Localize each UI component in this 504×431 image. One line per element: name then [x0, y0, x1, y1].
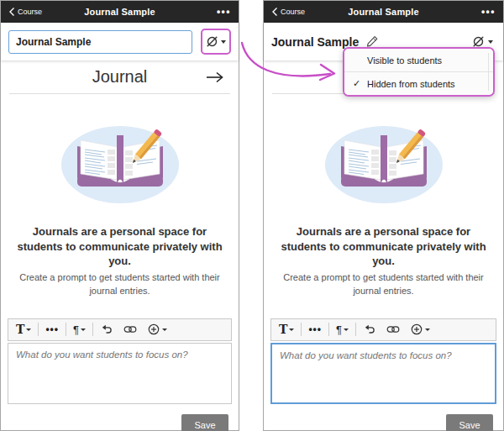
toolbar-separator: [66, 323, 66, 336]
menu-item-visible[interactable]: Visible to students: [344, 49, 493, 71]
insert-link-button[interactable]: [118, 319, 142, 340]
toolbar-separator: [38, 323, 39, 336]
chevron-left-icon: [271, 7, 278, 17]
screenshot-stage: Course Journal Sample ••• Journal Journa…: [0, 0, 504, 431]
prompt-editor: T ••• ¶: [8, 318, 232, 404]
checkmark-icon: ✓: [353, 78, 367, 89]
menu-item-label: Hidden from students: [367, 79, 455, 89]
insert-content-button[interactable]: [405, 319, 435, 340]
caret-down-icon: [221, 40, 226, 44]
save-button[interactable]: Save: [446, 414, 493, 431]
prompt-editor: T ••• ¶: [270, 318, 496, 404]
undo-icon: [363, 323, 376, 336]
undo-button[interactable]: [358, 319, 381, 340]
prompt-textarea[interactable]: [8, 343, 232, 404]
link-icon: [123, 323, 137, 336]
insert-content-button[interactable]: [142, 319, 172, 340]
journal-book-illustration: [321, 111, 447, 210]
text-style-button[interactable]: T: [274, 319, 299, 340]
journal-title-input[interactable]: [8, 30, 192, 54]
toolbar-separator: [355, 323, 356, 336]
app-header: Course Journal Sample •••: [1, 1, 239, 23]
menu-item-hidden[interactable]: ✓ Hidden from students: [344, 72, 493, 95]
journal-book-illustration: [57, 111, 183, 210]
title-row: [1, 23, 239, 60]
editor-footer: Save: [11, 414, 228, 431]
visibility-dropdown-menu: Visible to students ✓ Hidden from studen…: [343, 47, 495, 97]
sub-text: Create a prompt to get students started …: [282, 271, 485, 298]
chevron-left-icon: [8, 7, 15, 17]
insert-link-button[interactable]: [381, 319, 405, 340]
paragraph-button[interactable]: ¶: [331, 319, 354, 340]
edit-title-button[interactable]: [366, 35, 379, 48]
illustration-wrap: [1, 111, 239, 212]
editor-toolbar: T ••• ¶: [8, 318, 232, 341]
back-button[interactable]: Course: [8, 7, 42, 17]
caret-down-icon: [81, 329, 86, 331]
eye-hidden-icon: [206, 35, 218, 48]
right-arrow-icon[interactable]: [205, 71, 224, 84]
app-header: Course Journal Sample •••: [264, 1, 503, 23]
overflow-menu-icon[interactable]: •••: [217, 6, 231, 18]
journal-heading: Journal: [92, 67, 148, 87]
text-style-button[interactable]: T: [11, 319, 36, 340]
undo-icon: [100, 323, 113, 336]
menu-item-label: Visible to students: [367, 55, 442, 66]
plus-circle-icon: [410, 323, 423, 336]
back-label: Course: [18, 8, 42, 16]
editor-footer: Save: [274, 414, 493, 431]
back-label: Course: [281, 8, 305, 16]
caret-down-icon: [26, 329, 31, 331]
undo-button[interactable]: [95, 319, 118, 340]
visibility-button-highlighted[interactable]: [201, 29, 231, 55]
eye-hidden-icon: [472, 35, 485, 48]
toolbar-separator: [92, 323, 93, 336]
caret-down-icon: [425, 329, 430, 331]
back-button[interactable]: Course: [271, 7, 305, 17]
more-options-button[interactable]: •••: [40, 319, 64, 340]
lead-text: Journals are a personal space for studen…: [272, 224, 495, 269]
sub-text: Create a prompt to get students started …: [19, 271, 220, 298]
more-options-button[interactable]: •••: [303, 319, 327, 340]
prompt-textarea-focused[interactable]: [270, 343, 496, 404]
caret-down-icon: [344, 329, 349, 331]
save-button[interactable]: Save: [181, 414, 228, 431]
toolbar-separator: [328, 323, 329, 336]
overflow-menu-icon[interactable]: •••: [481, 6, 496, 18]
illustration-wrap: [264, 111, 503, 212]
lead-text: Journals are a personal space for studen…: [9, 224, 230, 269]
paragraph-button[interactable]: ¶: [68, 319, 91, 340]
link-icon: [386, 323, 400, 336]
editor-toolbar: T ••• ¶: [270, 318, 496, 341]
caret-down-icon: [289, 329, 294, 331]
plus-circle-icon: [147, 323, 160, 336]
pencil-edit-icon: [366, 35, 379, 48]
journal-title-text: Journal Sample: [271, 35, 359, 49]
toolbar-separator: [301, 323, 302, 336]
section-divider: [9, 93, 230, 94]
caret-down-icon: [488, 40, 493, 44]
journal-heading-row[interactable]: Journal: [1, 60, 239, 93]
panel-edit-title: Course Journal Sample ••• Journal Journa…: [0, 0, 239, 431]
caret-down-icon: [162, 329, 167, 331]
